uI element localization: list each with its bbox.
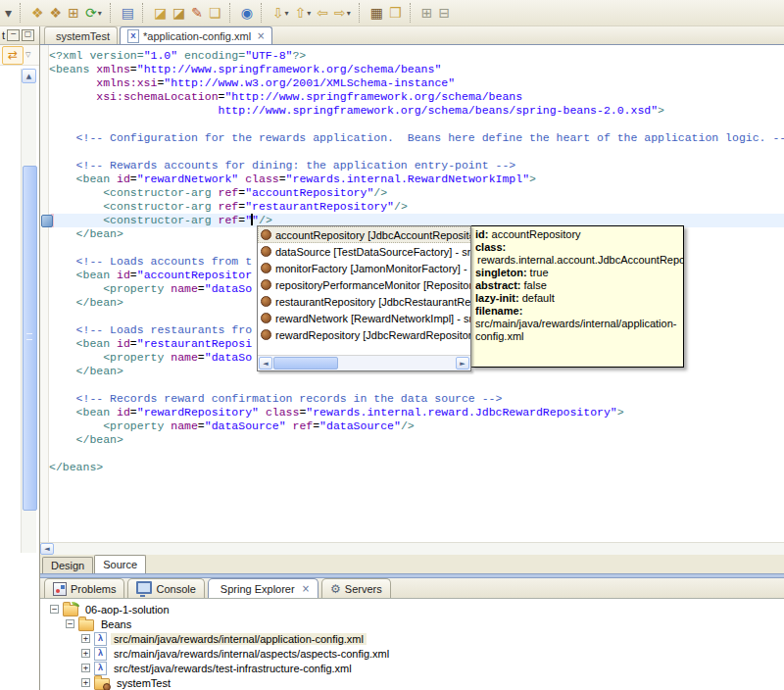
tab-design[interactable]: Design: [42, 557, 93, 573]
popup-horizontal-scrollbar[interactable]: ◄ ►: [258, 355, 470, 370]
open-file-button[interactable]: ◪: [151, 1, 170, 25]
scrollbar-thumb[interactable]: [23, 166, 37, 511]
tree-item-src-test-java-rewards-test-infrastructure-config-xml[interactable]: +λsrc/test/java/rewards/test-infrastruct…: [40, 661, 784, 675]
scrollbar-thumb[interactable]: [273, 357, 338, 370]
completion-item[interactable]: dataSource [TestDataSourceFactory] - src…: [258, 243, 470, 260]
collapse-icon[interactable]: −: [66, 619, 74, 628]
new-bean-button[interactable]: ⊞: [65, 1, 82, 25]
mark-occurrences-button[interactable]: ✎: [188, 1, 206, 25]
dropdown-caret-icon[interactable]: ▾: [307, 9, 311, 18]
minimize-icon[interactable]: −: [7, 29, 20, 41]
toolbar-separator: [142, 3, 147, 23]
tab-spring-explorer[interactable]: Spring Explorer×: [208, 578, 318, 598]
bean-icon: [261, 296, 271, 307]
completion-item-label: repositoryPerformanceMonitor [Repository…: [275, 279, 470, 291]
completion-item[interactable]: rewardNetwork [RewardNetworkImpl] - src/…: [258, 310, 470, 326]
scroll-left-icon[interactable]: ◄: [40, 543, 54, 555]
back-icon: ⇦: [317, 2, 328, 24]
tree-item-src-main-java-rewards-internal-aspects-aspects-config-xml[interactable]: +λsrc/main/java/rewards/internal/aspects…: [40, 646, 784, 661]
expand-icon[interactable]: +: [81, 678, 90, 687]
completion-item[interactable]: monitorFactory [JamonMonitorFactory] - s…: [258, 260, 470, 276]
code-line[interactable]: <property name="dataSource" ref="dataSou…: [49, 419, 784, 433]
code-line[interactable]: [49, 118, 784, 131]
open-resource-button[interactable]: ◪: [170, 1, 188, 25]
forward-button[interactable]: ⇨▾: [331, 1, 354, 25]
scroll-up-icon[interactable]: ▲: [22, 69, 36, 83]
code-line[interactable]: <beans xmlns="http://www.springframework…: [49, 63, 784, 76]
completion-item[interactable]: rewardRepository [JdbcRewardRepository] …: [258, 326, 470, 343]
go-to-type-button[interactable]: ⇧▾: [292, 1, 315, 25]
code-line[interactable]: <!-- Rewards accounts for dining: the ap…: [49, 159, 784, 172]
expand-icon[interactable]: +: [81, 664, 90, 672]
run-history-button[interactable]: ▦: [368, 1, 386, 25]
open-folder-button[interactable]: ❏: [206, 1, 224, 25]
tree-item-label: Beans: [98, 618, 134, 630]
tab-label: Console: [156, 583, 195, 595]
left-panel-tab-label[interactable]: t: [2, 29, 5, 41]
completion-item[interactable]: restaurantRepository [JdbcRestaurantRepo…: [258, 293, 470, 310]
code-line[interactable]: http://www.springframework.org/schema/be…: [49, 104, 784, 118]
completion-item[interactable]: repositoryPerformanceMonitor [Repository…: [258, 276, 470, 293]
show-view-button[interactable]: ▤: [119, 1, 137, 25]
code-line[interactable]: [49, 447, 784, 461]
web-browser-button[interactable]: ◉: [238, 1, 256, 25]
annotation-ruler[interactable]: [40, 45, 49, 542]
scroll-right-icon[interactable]: ►: [456, 357, 469, 370]
open-file-icon: ◪: [154, 2, 167, 24]
close-icon[interactable]: ×: [257, 30, 265, 41]
code-line[interactable]: [49, 145, 784, 159]
expand-icon[interactable]: +: [81, 649, 90, 658]
code-line[interactable]: <constructor-arg ref="restaurantReposito…: [49, 200, 784, 214]
close-icon[interactable]: ×: [302, 583, 310, 594]
last-edit-location-button[interactable]: ⇩▾: [270, 1, 292, 25]
dropdown-caret-icon[interactable]: ▾: [285, 9, 289, 18]
new-spring-bean-config-button[interactable]: ❖: [47, 1, 66, 25]
tooltip-row: singleton: true: [475, 267, 679, 279]
toolbar-separator: [229, 3, 234, 23]
code-line[interactable]: <bean id="rewardNetwork" class="rewards.…: [49, 172, 784, 186]
back-button[interactable]: ⇦: [314, 1, 331, 25]
spring-config-file-icon: λ: [94, 662, 107, 675]
editor-horizontal-scrollbar[interactable]: ◄: [40, 542, 784, 556]
refresh-button[interactable]: ⟳▾: [82, 1, 105, 25]
overflow-dropdown-button[interactable]: ▾: [2, 1, 15, 25]
expand-icon[interactable]: +: [81, 634, 90, 643]
editor-tab-application-config-xml[interactable]: X*application-config.xml×: [120, 26, 272, 44]
code-line[interactable]: xmlns:xsi="http://www.w3.org/2001/XMLSch…: [49, 76, 784, 90]
new-spring-project-button[interactable]: ❖: [28, 1, 47, 25]
code-line[interactable]: </bean>: [49, 433, 784, 447]
dropdown-caret-icon[interactable]: ▾: [98, 9, 102, 18]
code-line[interactable]: <bean id="rewardRepository" class="rewar…: [49, 406, 784, 419]
collapse-all-button[interactable]: ⊟: [435, 1, 453, 25]
tab-console[interactable]: Console: [127, 578, 204, 598]
tree-item-06-aop-1-solution[interactable]: −06-aop-1-solution: [40, 602, 784, 616]
tab-source[interactable]: Source: [94, 555, 146, 573]
dropdown-caret-icon[interactable]: ▾: [347, 9, 351, 18]
code-line[interactable]: <!-- Configuration for the rewards appli…: [49, 131, 784, 145]
tree-item-beans[interactable]: −Beans: [40, 616, 784, 631]
code-line[interactable]: xsi:schemaLocation="http://www.springfra…: [49, 90, 784, 104]
code-line[interactable]: <constructor-arg ref="accountRepository"…: [49, 186, 784, 200]
external-tools-button[interactable]: ❒: [386, 1, 405, 25]
collapse-icon[interactable]: −: [50, 605, 59, 614]
code-line[interactable]: </beans>: [49, 461, 784, 474]
editor-tab-systemtest[interactable]: systemTest: [44, 26, 118, 44]
web-browser-icon: ◉: [241, 2, 253, 24]
link-with-editor-icon[interactable]: ⇄: [2, 46, 24, 65]
left-panel-scrollbar[interactable]: ▲: [21, 69, 36, 553]
code-line[interactable]: <!-- Records reward confirmation records…: [49, 392, 784, 406]
tree-item-src-main-java-rewards-internal-application-config-xml[interactable]: +λsrc/main/java/rewards/internal/applica…: [40, 631, 784, 646]
tab-servers[interactable]: ⚙Servers: [321, 578, 391, 598]
scroll-left-icon[interactable]: ◄: [259, 357, 272, 370]
tab-problems[interactable]: Problems: [44, 578, 124, 598]
completion-item-label: rewardNetwork [RewardNetworkImpl] - src/…: [275, 313, 470, 324]
code-line[interactable]: [49, 378, 784, 392]
completion-item-label: rewardRepository [JdbcRewardRepository] …: [275, 329, 470, 341]
view-menu-icon[interactable]: ▽: [25, 51, 30, 59]
tree-item-systemtest[interactable]: +systemTest: [40, 675, 784, 690]
expand-all-button[interactable]: ⊞: [418, 1, 436, 25]
maximize-icon[interactable]: ▢: [22, 29, 34, 41]
code-line[interactable]: <?xml version="1.0" encoding="UTF-8"?>: [49, 49, 784, 63]
new-bean-icon: ⊞: [68, 2, 79, 24]
completion-item[interactable]: accountRepository [JdbcAccountRepository…: [258, 226, 470, 243]
